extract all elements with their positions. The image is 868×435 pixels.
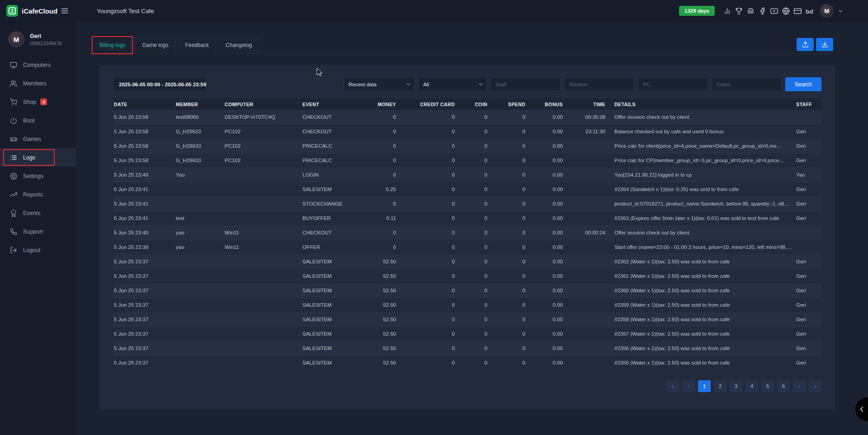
table-cell: 0 bbox=[457, 211, 489, 225]
table-cell: 0 bbox=[489, 341, 527, 355]
sidebar-item-reports[interactable]: Reports bbox=[0, 185, 76, 204]
tab-actions bbox=[797, 38, 833, 51]
tab-changelog[interactable]: Changelog bbox=[218, 37, 259, 53]
hamburger-menu-icon[interactable] bbox=[61, 7, 69, 15]
youtube-icon[interactable] bbox=[770, 7, 778, 15]
table-cell bbox=[175, 196, 224, 211]
sidebar-item-settings[interactable]: Settings bbox=[0, 167, 76, 185]
sidebar-item-label: Settings bbox=[23, 173, 43, 179]
table-cell bbox=[565, 269, 607, 283]
sidebar-item-members[interactable]: Members bbox=[0, 74, 76, 93]
logo-glyph: 2 bbox=[9, 7, 16, 14]
cart-icon bbox=[10, 98, 17, 106]
table-cell bbox=[175, 283, 224, 298]
prev-page-button[interactable]: ‹ bbox=[682, 380, 695, 392]
table-cell: 0.00 bbox=[527, 298, 565, 312]
table-cell: 0.00 bbox=[527, 124, 565, 139]
trophy-icon[interactable] bbox=[735, 7, 743, 15]
table-cell: 5 Jun 25 23:39 bbox=[113, 240, 175, 254]
table-row: 5 Jun 25 23:37SALESITEM52.500000.00#2360… bbox=[113, 283, 821, 298]
type-select[interactable]: All bbox=[418, 77, 487, 91]
page-2-button[interactable]: 2 bbox=[714, 380, 726, 392]
license-days-badge[interactable]: 1329 days bbox=[679, 6, 715, 16]
member-input[interactable] bbox=[564, 77, 634, 91]
first-page-button[interactable]: « bbox=[666, 380, 679, 392]
stats-icon[interactable] bbox=[723, 7, 731, 15]
table-cell: 0 bbox=[489, 240, 527, 254]
sidebar-item-computers[interactable]: Computers bbox=[0, 56, 76, 74]
table-cell bbox=[565, 341, 607, 355]
page-3-button[interactable]: 3 bbox=[730, 380, 742, 392]
table-cell: Geri bbox=[795, 211, 821, 225]
users-icon bbox=[10, 80, 17, 87]
table-cell: 0 bbox=[489, 254, 527, 269]
user-avatar: M bbox=[8, 31, 24, 47]
page-4-button[interactable]: 4 bbox=[745, 380, 758, 392]
globe-icon[interactable] bbox=[782, 7, 790, 15]
last-page-button[interactable]: » bbox=[809, 380, 821, 392]
table-row: 5 Jun 25 23:37SALESITEM52.500000.00#2355… bbox=[113, 355, 821, 366]
glasses-icon[interactable] bbox=[806, 7, 813, 15]
table-row: 5 Jun 25 23:58G_H29633PC102CHECKOUT00000… bbox=[113, 124, 821, 139]
facebook-icon[interactable] bbox=[759, 7, 766, 15]
table-cell: 0 bbox=[398, 283, 457, 298]
next-page-button[interactable]: › bbox=[793, 380, 806, 392]
sidebar-item-shop[interactable]: Shop3 bbox=[0, 93, 76, 111]
staff-input[interactable] bbox=[491, 77, 561, 91]
avatar[interactable]: M bbox=[820, 4, 834, 18]
page-5-button[interactable]: 5 bbox=[761, 380, 774, 392]
card-icon[interactable] bbox=[794, 7, 802, 15]
table-cell bbox=[565, 327, 607, 341]
table-cell: 0 bbox=[398, 240, 457, 254]
table-cell: Geri bbox=[795, 283, 821, 298]
sidebar-item-boot[interactable]: Boot bbox=[0, 111, 76, 130]
sidebar-item-logs[interactable]: Logs bbox=[0, 148, 76, 167]
table-cell bbox=[224, 355, 302, 366]
column-header-date: DATE bbox=[113, 98, 175, 110]
date-range-picker[interactable]: 2025-06-05 00:00 - 2025-06-05 23:59 bbox=[113, 77, 206, 91]
tab-feedback[interactable]: Feedback bbox=[178, 37, 216, 53]
table-cell: 0.00 bbox=[527, 182, 565, 196]
sidebar-item-games[interactable]: Games bbox=[0, 130, 76, 148]
table-cell: 0 bbox=[489, 355, 527, 366]
table-cell: 0 bbox=[489, 168, 527, 182]
download-button[interactable] bbox=[816, 38, 833, 51]
table-cell: 0 bbox=[360, 153, 398, 168]
table-cell bbox=[565, 254, 607, 269]
table-cell: 0.00 bbox=[527, 327, 565, 341]
tab-billing-logs[interactable]: Billing logs bbox=[92, 37, 132, 53]
recent-data-select-wrap: Recent data bbox=[344, 77, 415, 91]
table-cell bbox=[224, 283, 302, 298]
table-cell: 0.00 bbox=[527, 240, 565, 254]
tab-game-logs[interactable]: Game logs bbox=[135, 37, 175, 53]
table-cell: CHECKOUT bbox=[302, 124, 360, 139]
pc-input[interactable] bbox=[638, 77, 708, 91]
table-cell: LOGIN bbox=[302, 168, 360, 182]
chevron-down-icon[interactable] bbox=[838, 8, 844, 14]
sidebar-item-events[interactable]: Events bbox=[0, 204, 76, 222]
table-cell: 0 bbox=[398, 312, 457, 327]
page-1-button[interactable]: 1 bbox=[698, 380, 711, 392]
recent-data-select[interactable]: Recent data bbox=[344, 77, 415, 91]
table-cell: 0 bbox=[398, 196, 457, 211]
page-6-button[interactable]: 6 bbox=[777, 380, 790, 392]
table-row: 5 Jun 25 23:37SALESITEM52.500000.00#2357… bbox=[113, 327, 821, 341]
tabs: Billing logsGame logsFeedbackChangelog bbox=[92, 37, 259, 53]
upload-button[interactable] bbox=[797, 38, 814, 51]
table-row: 5 Jun 25 23:58G_H29633PC102PRICECALC0000… bbox=[113, 139, 821, 153]
sidebar-item-support[interactable]: Support bbox=[0, 222, 76, 241]
table-cell: 5 Jun 25 23:37 bbox=[113, 327, 175, 341]
sidebar-item-logout[interactable]: Logout bbox=[0, 241, 76, 259]
search-button[interactable]: Search bbox=[785, 77, 821, 91]
filters-bar: 2025-06-05 00:00 - 2025-06-05 23:59 Rece… bbox=[113, 77, 821, 91]
table-cell: 0 bbox=[398, 254, 457, 269]
table-cell bbox=[224, 298, 302, 312]
table-cell bbox=[175, 298, 224, 312]
table-cell: 0 bbox=[360, 139, 398, 153]
table-cell: Offer session check out by client bbox=[607, 110, 795, 124]
discord-icon[interactable] bbox=[747, 7, 755, 15]
table-cell: 0 bbox=[489, 124, 527, 139]
event-input[interactable] bbox=[712, 77, 782, 91]
table-cell: Win11 bbox=[224, 240, 302, 254]
list-icon bbox=[10, 154, 17, 161]
